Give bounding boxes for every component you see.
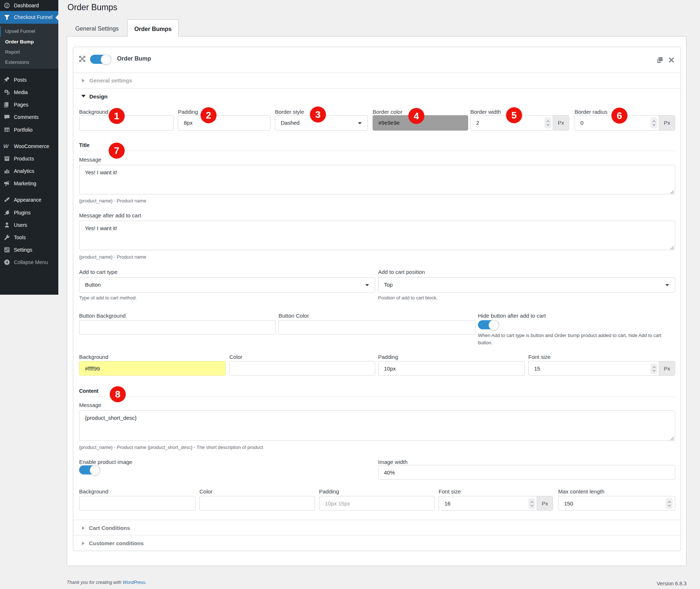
svg-text:W: W: [3, 143, 9, 149]
